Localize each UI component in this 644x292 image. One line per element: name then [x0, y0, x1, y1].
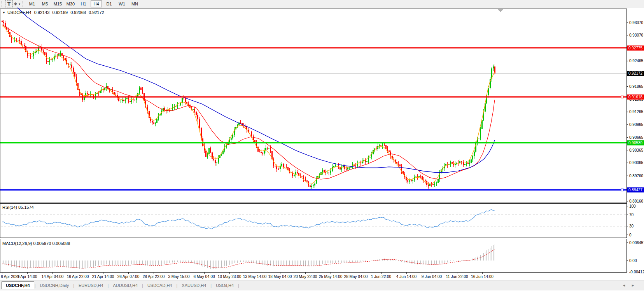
candle-body: [156, 119, 158, 123]
candle-body: [278, 169, 279, 170]
candle-body: [118, 97, 119, 101]
candle-body: [425, 180, 426, 181]
chart-canvas[interactable]: 0.933700.930700.924650.918650.915650.912…: [0, 0, 644, 280]
time-tick-label: 28 Apr 22:00: [143, 275, 165, 279]
time-tick-label: 3 May 15:00: [168, 275, 189, 279]
time-axis[interactable]: 6 Apr 20219 Apr 14:0014 Apr 04:0016 Apr …: [1, 273, 494, 279]
candle-body: [432, 184, 434, 185]
candle-body: [208, 148, 210, 154]
current-price-badge: 0.92172: [627, 71, 644, 76]
chart-tab-audusd[interactable]: AUDUSD,H4: [109, 282, 142, 289]
candle-body: [22, 45, 23, 45]
candle-body: [409, 180, 410, 182]
candle-body: [415, 177, 416, 177]
candle-body: [130, 101, 131, 102]
candle-body: [87, 93, 88, 94]
candle-body: [469, 163, 470, 164]
candle-body: [245, 126, 246, 127]
candle-body: [335, 165, 336, 166]
candle-body: [194, 109, 195, 112]
price-tick-label: 0.93370: [629, 21, 644, 25]
rsi-indicator-label: RSI(14) 85.1574: [2, 205, 34, 210]
line-drag-handle[interactable]: [621, 189, 623, 191]
candle-body: [478, 138, 480, 138]
candle-body: [139, 87, 140, 93]
candle-body: [343, 166, 344, 167]
candle-body: [349, 168, 350, 168]
candle-body: [346, 169, 347, 170]
candle-body: [268, 148, 270, 149]
chart-tab-usdcad[interactable]: USDCAD,H4: [144, 282, 176, 289]
candle-body: [436, 183, 437, 184]
chart-tab-bar: USDCHF,H4|USDCNH,Daily|EURUSD,H4|AUDUSD,…: [0, 280, 644, 292]
candle-body: [8, 30, 9, 32]
chart-title: ▼USDCHF,H40.921430.921890.920680.92172: [2, 10, 104, 15]
low-value: 0.92068: [70, 10, 86, 15]
candle-body: [336, 165, 338, 165]
candle-body: [380, 145, 382, 146]
candle-body: [306, 180, 308, 182]
candle-body: [2, 21, 3, 22]
candle-body: [205, 150, 206, 156]
candle-body: [283, 164, 284, 167]
candle-body: [63, 56, 64, 58]
chart-tab-usdcnh[interactable]: USDCNH,Daily: [36, 282, 73, 289]
candle-body: [382, 145, 383, 146]
price-tick-label: 0.91865: [629, 84, 644, 89]
chart-tab-usdchf[interactable]: USDCHF,H4: [2, 282, 34, 289]
candle-body: [207, 154, 208, 156]
candle-body: [294, 175, 295, 176]
candle-body: [19, 40, 20, 42]
chart-tab-xauusd[interactable]: XAUUSD,H4: [178, 282, 210, 289]
candle-body: [464, 164, 466, 165]
high-value: 0.92189: [52, 10, 68, 15]
candle-body: [264, 150, 265, 154]
candle-body: [399, 164, 401, 166]
candle-body: [261, 152, 262, 153]
candle-body: [314, 184, 315, 185]
candle-body: [281, 164, 282, 166]
time-tick-label: 25 May 14:00: [319, 275, 343, 279]
collapse-icon[interactable]: ▼: [2, 11, 5, 14]
scroll-left-icon[interactable]: ◄: [622, 283, 631, 287]
candle-body: [178, 105, 180, 105]
candle-body: [140, 87, 142, 89]
candle-body: [232, 135, 233, 138]
candle-body: [134, 100, 135, 100]
candle-body: [47, 61, 49, 62]
candle-body: [311, 186, 312, 187]
time-tick-label: 9 Jun 04:00: [422, 275, 442, 279]
candle-body: [428, 185, 429, 186]
candle-body: [420, 176, 421, 176]
candle-body: [452, 162, 453, 164]
time-tick-label: 16 Jun 14:00: [471, 275, 494, 279]
candle-body: [384, 145, 385, 145]
candle-body: [313, 185, 314, 186]
candle-body: [254, 140, 256, 142]
candle-body: [231, 138, 232, 140]
candle-body: [275, 166, 276, 166]
candle-body: [355, 166, 356, 166]
candle-body: [12, 40, 14, 40]
symbol-period-label: USDCHF,H4: [7, 10, 32, 15]
candle-body: [267, 148, 268, 149]
scroll-right-icon[interactable]: ►: [631, 283, 640, 287]
chart-tab-usoil[interactable]: USOil,H4: [212, 282, 238, 289]
chart-tabs: USDCHF,H4|USDCNH,Daily|EURUSD,H4|AUDUSD,…: [2, 281, 240, 290]
candle-body: [196, 112, 197, 115]
candle-body: [474, 152, 475, 156]
line-drag-handle[interactable]: [621, 96, 623, 98]
candle-body: [366, 161, 368, 162]
candle-body: [133, 100, 134, 100]
level-price-badge: 0.91618: [627, 94, 644, 100]
chart-tab-eurusd[interactable]: EURUSD,H4: [75, 282, 107, 289]
candle-body: [30, 56, 31, 56]
candle-body: [305, 179, 306, 180]
close-value: 0.92172: [89, 10, 104, 15]
level-price-badge: 0.92775: [627, 45, 644, 51]
candle-body: [327, 173, 328, 173]
candle-body: [71, 65, 72, 68]
rsi-level-label: 0: [629, 233, 632, 237]
time-tick-label: 20 May 22:00: [294, 275, 317, 279]
time-tick-label: 9 Apr 14:00: [17, 275, 37, 279]
